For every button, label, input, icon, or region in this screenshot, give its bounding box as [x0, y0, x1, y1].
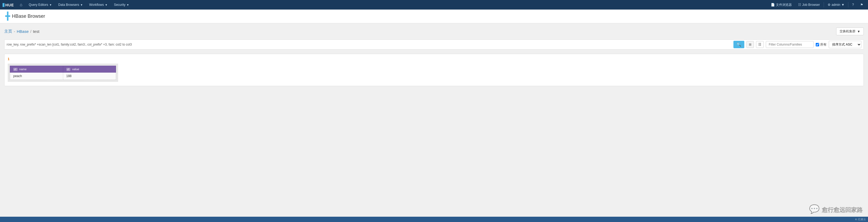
hbase-icon: ╋	[5, 12, 10, 21]
breadcrumb-home[interactable]: 主页	[4, 29, 12, 34]
nav-item-query-editors-label: Query Editors	[29, 3, 48, 7]
chevron-down-icon: ▼	[50, 3, 52, 6]
nav-item-security[interactable]: Security ▼	[111, 0, 132, 9]
admin-label: admin	[832, 3, 840, 7]
table-icon-button[interactable]: ☷	[756, 41, 764, 48]
cell-name: peach	[10, 73, 63, 80]
cluster-button[interactable]: 交换机集群 ▼	[836, 28, 864, 35]
job-browser-label: Job Browser	[802, 3, 820, 7]
nav-item-workflows[interactable]: Workflows ▼	[87, 0, 110, 9]
search-bar: 🔍 ⊞ ☷ 所有 排序方式 ASC 排序方式 DESC	[4, 39, 864, 49]
cluster-button-label: 交换机集群	[840, 29, 856, 34]
home-icon[interactable]: ⌂	[17, 2, 25, 7]
navbar-right: 📄 文件浏览器 ☷ Job Browser ⚙ admin ▼ ? ⚑	[768, 0, 866, 9]
search-icon: 🔍	[737, 42, 741, 47]
breadcrumb: 主页 - HBase / test 交换机集群 ▼	[4, 28, 864, 35]
checkbox-all-text: 所有	[820, 42, 827, 47]
breadcrumb-db[interactable]: HBase	[17, 29, 29, 34]
help-icon: ?	[852, 3, 854, 7]
flag-icon: ⚑	[860, 3, 863, 7]
admin-nav-item[interactable]: ⚙ admin ▼	[825, 0, 847, 9]
page-title: HBase Browser	[12, 13, 45, 19]
nav-item-workflows-label: Workflows	[89, 3, 104, 7]
results-area: 1 cf: name cf: value	[4, 54, 864, 86]
sort-select[interactable]: 排序方式 ASC 排序方式 DESC	[829, 41, 861, 48]
chevron-down-icon: ▼	[127, 3, 129, 6]
checkbox-all-label[interactable]: 所有	[816, 42, 827, 47]
nav-item-security-label: Security	[114, 3, 125, 7]
table-container: cf: name cf: value peach	[8, 64, 118, 82]
table-header-row: cf: name cf: value	[10, 66, 116, 73]
nav-divider2	[848, 2, 848, 7]
cell-name-value: peach	[13, 74, 22, 78]
col-header-value: cf: value	[63, 66, 116, 73]
admin-icon: ⚙	[828, 3, 831, 7]
breadcrumb-separator2: /	[30, 29, 31, 34]
col-header-name: cf: name	[10, 66, 63, 73]
job-browser-icon: ☷	[798, 3, 801, 7]
all-checkbox[interactable]	[816, 43, 819, 46]
cell-value: 188	[63, 73, 116, 80]
nav-item-data-browsers-label: Data Browsers	[58, 3, 80, 7]
chevron-down-icon: ▼	[857, 30, 860, 33]
data-table: cf: name cf: value peach	[10, 66, 116, 80]
breadcrumb-table: test	[33, 29, 39, 34]
grid-icon: ⊞	[749, 43, 751, 46]
table-row: peach 188	[10, 73, 116, 80]
cf-label-name: cf:	[13, 68, 18, 71]
nav-item-data-browsers[interactable]: Data Browsers ▼	[56, 0, 86, 9]
cf-label-value: cf:	[66, 68, 71, 71]
help-nav-item[interactable]: ?	[849, 0, 857, 9]
nav-item-query-editors[interactable]: Query Editors ▼	[26, 0, 54, 9]
filter-input[interactable]	[766, 41, 814, 48]
file-browser-label: 文件浏览器	[776, 3, 792, 7]
logo[interactable]: ▮HUE	[2, 2, 14, 8]
navbar-left: ▮HUE ⌂ Query Editors ▼ Data Browsers ▼ W…	[2, 0, 132, 9]
search-right: ☷ 所有 排序方式 ASC 排序方式 DESC	[756, 41, 861, 48]
file-browser-nav-item[interactable]: 📄 文件浏览器	[768, 0, 795, 9]
logo-text: ▮HUE	[2, 2, 14, 8]
col-value-text: value	[72, 68, 79, 71]
file-icon: 📄	[771, 3, 775, 7]
chevron-down-icon: ▼	[80, 3, 83, 6]
main-content: 主页 - HBase / test 交换机集群 ▼ 🔍 ⊞ ☷ 所有	[0, 23, 868, 90]
sub-header-title: ╋ HBase Browser	[5, 12, 45, 21]
row-number: 1	[8, 57, 860, 61]
chevron-down-icon: ▼	[105, 3, 107, 6]
cell-value-value: 188	[66, 74, 72, 78]
table-icon: ☷	[758, 43, 761, 46]
search-button[interactable]: 🔍	[734, 41, 744, 48]
grid-icon-button[interactable]: ⊞	[746, 41, 754, 48]
top-navbar: ▮HUE ⌂ Query Editors ▼ Data Browsers ▼ W…	[0, 0, 868, 9]
search-input[interactable]	[7, 43, 731, 46]
flag-nav-item[interactable]: ⚑	[858, 0, 866, 9]
breadcrumb-separator1: -	[14, 29, 15, 34]
col-name-text: name	[20, 68, 27, 71]
sub-header: ╋ HBase Browser	[0, 9, 868, 23]
nav-divider	[824, 2, 824, 7]
breadcrumb-left: 主页 - HBase / test	[4, 29, 39, 34]
job-browser-nav-item[interactable]: ☷ Job Browser	[796, 0, 823, 9]
chevron-down-icon: ▼	[841, 3, 844, 7]
